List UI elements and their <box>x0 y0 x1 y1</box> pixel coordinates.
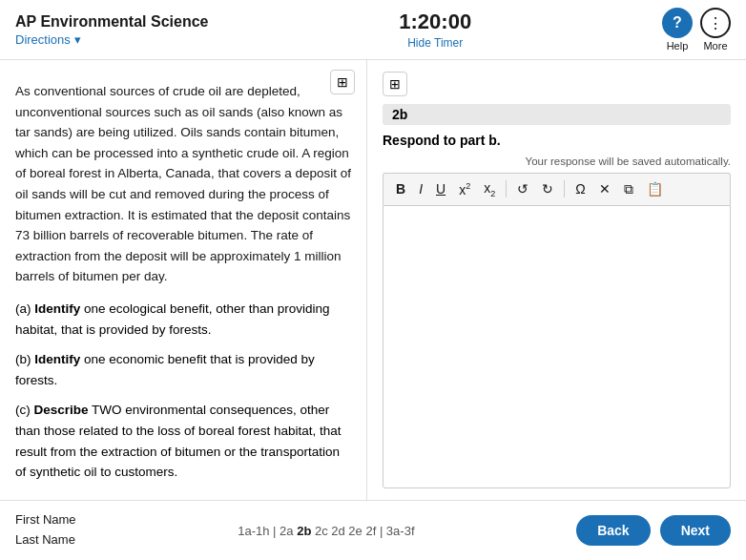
student-name: First Name Last Name <box>15 510 76 550</box>
main-content: ⊞ As conventional sources of crude oil a… <box>0 60 746 500</box>
omega-button[interactable]: Ω <box>570 178 590 199</box>
toolbar-divider-2 <box>564 180 565 197</box>
left-panel: ⊞ As conventional sources of crude oil a… <box>0 60 367 500</box>
part-b-label: (b) <box>15 352 31 366</box>
timer-display: 1:20:00 <box>399 10 471 34</box>
undo-button[interactable]: ↺ <box>512 178 533 199</box>
subscript-button[interactable]: x2 <box>479 177 500 201</box>
help-label: Help <box>667 40 689 52</box>
help-button[interactable]: ? Help <box>662 8 693 52</box>
footer-buttons: Back Next <box>576 515 731 546</box>
part-a-verb: Identify <box>34 301 80 316</box>
question-part-a: (a) Identify one ecological benefit, oth… <box>15 299 351 340</box>
question-part-c: (c) Describe TWO environmental consequen… <box>15 400 351 482</box>
part-c-verb: Describe <box>34 403 89 417</box>
header-actions: ? Help ⋮ More <box>662 8 731 52</box>
expand-right-icon: ⊞ <box>389 76 401 92</box>
help-icon: ? <box>662 8 693 38</box>
passage-paragraph: As conventional sources of crude oil are… <box>15 81 351 287</box>
part-b-verb: Identify <box>34 352 80 366</box>
passage-text: As conventional sources of crude oil are… <box>15 72 351 287</box>
question-part-b: (b) Identify one economic benefit that i… <box>15 349 351 390</box>
question-badge: 2b <box>383 104 731 125</box>
auto-save-note: Your response will be saved automaticall… <box>383 156 731 167</box>
response-editor[interactable] <box>383 205 731 489</box>
expand-right-button[interactable]: ⊞ <box>383 72 407 96</box>
hide-timer-button[interactable]: Hide Timer <box>399 36 471 50</box>
superscript-button[interactable]: x2 <box>454 178 475 200</box>
footer: First Name Last Name 1a-1h | 2a 2b 2c 2d… <box>0 500 746 560</box>
italic-button[interactable]: I <box>414 178 427 199</box>
respond-label: Respond to part b. <box>383 133 731 148</box>
last-name: Last Name <box>15 530 76 550</box>
right-panel: ⊞ 2b Respond to part b. Your response wi… <box>367 60 746 500</box>
toolbar-divider-1 <box>506 180 507 197</box>
part-a-label: (a) <box>15 301 31 316</box>
bold-button[interactable]: B <box>391 178 410 199</box>
more-label: More <box>703 40 727 52</box>
paste-button[interactable]: 📋 <box>642 178 668 199</box>
header-left: AP Environmental Science Directions ▾ <box>15 13 208 47</box>
directions-link[interactable]: Directions ▾ <box>15 32 208 47</box>
more-icon: ⋮ <box>700 8 731 38</box>
part-c-label: (c) <box>15 403 31 417</box>
current-part: 2b <box>297 524 311 538</box>
back-button[interactable]: Back <box>576 515 650 546</box>
next-button[interactable]: Next <box>660 515 731 546</box>
app-title: AP Environmental Science <box>15 13 208 31</box>
expand-left-button[interactable]: ⊞ <box>330 70 355 94</box>
underline-button[interactable]: U <box>431 178 450 199</box>
more-button[interactable]: ⋮ More <box>700 8 731 52</box>
redo-button[interactable]: ↻ <box>537 178 558 199</box>
expand-left-icon: ⊞ <box>337 74 348 90</box>
directions-label: Directions <box>15 32 71 47</box>
editor-toolbar: B I U x2 x2 ↺ ↻ Ω ✕ ⧉ 📋 <box>383 173 731 205</box>
chevron-down-icon: ▾ <box>74 32 81 47</box>
header: AP Environmental Science Directions ▾ 1:… <box>0 0 746 60</box>
timer-section: 1:20:00 Hide Timer <box>399 10 471 50</box>
progress-indicator: 1a-1h | 2a 2b 2c 2d 2e 2f | 3a-3f <box>238 524 414 538</box>
cut-button[interactable]: ✕ <box>594 178 615 199</box>
copy-button[interactable]: ⧉ <box>619 178 638 200</box>
first-name: First Name <box>15 510 76 530</box>
